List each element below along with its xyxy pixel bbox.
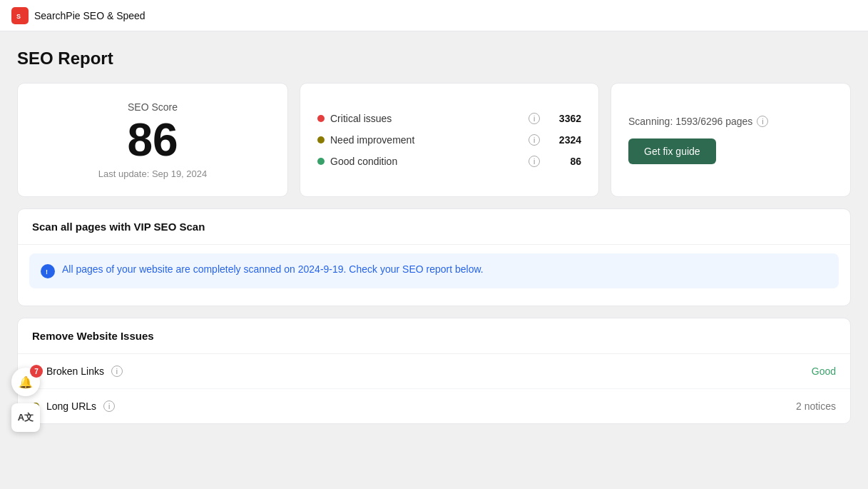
issue-item-name-long-urls: Long URLs (46, 400, 96, 412)
app-logo: S (11, 7, 29, 24)
translate-button[interactable]: A文 (11, 403, 40, 432)
issue-row-good: Good condition i 86 (317, 156, 581, 167)
dot-improvement (317, 136, 325, 143)
remove-issues-title: Remove Website Issues (18, 318, 850, 354)
info-icon-good[interactable]: i (529, 156, 540, 167)
remove-issues-section: Remove Website Issues Broken Links i Goo… (17, 318, 851, 424)
issues-card: Critical issues i 3362 Need improvement … (300, 83, 599, 197)
issue-item-left-broken-links: Broken Links i (32, 366, 812, 377)
topbar: S SearchPie SEO & Speed (0, 0, 868, 31)
bell-icon: 🔔 (19, 375, 33, 389)
vip-scan-section: Scan all pages with VIP SEO Scan ! All p… (17, 208, 851, 306)
page-title: SEO Report (17, 49, 851, 69)
list-item: Long URLs i 2 notices (18, 389, 850, 423)
scan-card: Scanning: 1593/6296 pages i Get fix guid… (611, 83, 851, 197)
issue-name-critical: Critical issues (330, 113, 523, 124)
dot-good (317, 158, 325, 165)
main-content: SEO Report SEO Score 86 Last update: Sep… (0, 31, 868, 424)
vip-scan-title: Scan all pages with VIP SEO Scan (18, 209, 850, 245)
issue-row-critical: Critical issues i 3362 (317, 113, 581, 124)
issue-count-good: 86 (546, 156, 581, 167)
scanning-text: Scanning: 1593/6296 pages i (628, 116, 768, 127)
info-icon-critical[interactable]: i (529, 113, 540, 124)
seo-score-card: SEO Score 86 Last update: Sep 19, 2024 (17, 83, 288, 197)
banner-text: All pages of your website are completely… (62, 263, 484, 275)
get-fix-guide-button[interactable]: Get fix guide (628, 138, 716, 164)
issue-item-status-broken-links: Good (812, 366, 836, 377)
score-last-update: Last update: Sep 19, 2024 (98, 168, 208, 179)
issue-row-improvement: Need improvement i 2324 (317, 134, 581, 146)
notification-bell-button[interactable]: 🔔 7 (11, 368, 40, 396)
issue-name-good: Good condition (330, 156, 523, 167)
score-label: SEO Score (128, 101, 178, 113)
info-icon-scan[interactable]: i (757, 116, 768, 127)
issue-item-left-long-urls: Long URLs i (32, 400, 796, 412)
svg-text:S: S (16, 13, 21, 20)
score-value: 86 (127, 117, 178, 163)
info-icon-broken-links[interactable]: i (111, 366, 123, 377)
dot-critical (317, 115, 325, 122)
cards-row: SEO Score 86 Last update: Sep 19, 2024 C… (17, 83, 851, 197)
issue-item-status-long-urls: 2 notices (796, 400, 836, 412)
translate-icon: A文 (18, 411, 34, 424)
issue-count-critical: 3362 (546, 113, 581, 124)
svg-text:!: ! (46, 268, 48, 275)
info-icon-long-urls[interactable]: i (103, 400, 115, 412)
floating-badges: 🔔 7 A文 (11, 368, 40, 432)
app-name: SearchPie SEO & Speed (34, 10, 145, 21)
issue-count-improvement: 2324 (546, 134, 581, 146)
scan-info-banner: ! All pages of your website are complete… (29, 253, 839, 288)
list-item: Broken Links i Good (18, 354, 850, 389)
issue-item-name-broken-links: Broken Links (46, 366, 104, 377)
notification-count: 7 (30, 365, 43, 378)
issue-name-improvement: Need improvement (330, 134, 523, 146)
info-icon-improvement[interactable]: i (529, 134, 540, 146)
banner-exclamation-icon: ! (41, 264, 55, 278)
